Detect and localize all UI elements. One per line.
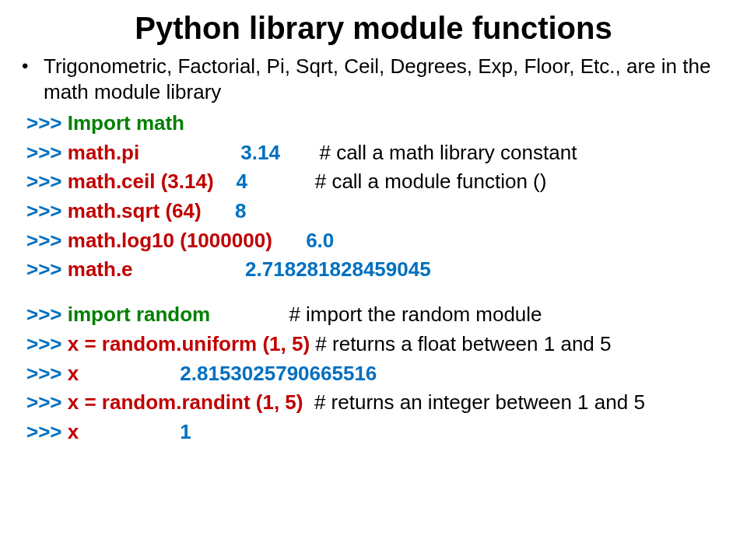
code-line: >>> import random # import the random mo… xyxy=(26,300,725,330)
slide-title: Python library module functions xyxy=(22,11,725,46)
code-result: 2.718281828459045 xyxy=(245,257,431,281)
code-comment: # import the random module xyxy=(289,303,542,326)
code-result: 3.14 xyxy=(240,141,280,164)
code-cmd: math.sqrt (64) xyxy=(68,199,202,222)
code-line: >>> x 2.8153025790665516 xyxy=(26,359,725,389)
intro-bullet: • Trigonometric, Factorial, Pi, Sqrt, Ce… xyxy=(22,54,725,104)
spacer xyxy=(272,229,306,252)
code-cmd: Import math xyxy=(68,111,184,135)
prompt-text: >>> xyxy=(26,390,68,414)
spacer xyxy=(79,420,180,443)
code-line: >>> x = random.randint (1, 5) # returns … xyxy=(26,388,725,418)
code-cmd: math.log10 (1000000) xyxy=(68,229,272,252)
code-cmd: x xyxy=(68,420,79,443)
code-line: >>> math.log10 (1000000) 6.0 xyxy=(26,226,725,256)
prompt-text: >>> xyxy=(26,362,68,385)
code-result: 4 xyxy=(237,170,247,193)
spacer xyxy=(139,141,240,164)
prompt-text: >>> xyxy=(26,257,68,281)
spacer xyxy=(202,199,235,222)
code-cmd: x xyxy=(68,362,79,385)
spacer xyxy=(247,170,315,193)
code-result: 1 xyxy=(180,420,191,443)
bullet-dot-icon: • xyxy=(22,54,44,78)
code-comment: # call a math library constant xyxy=(319,141,577,164)
prompt-text: >>> xyxy=(26,170,68,193)
intro-text: Trigonometric, Factorial, Pi, Sqrt, Ceil… xyxy=(44,54,725,104)
code-line: >>> math.sqrt (64) 8 xyxy=(26,197,725,226)
code-line: >>> math.e 2.718281828459045 xyxy=(26,255,725,285)
code-result: 6.0 xyxy=(306,229,334,252)
spacer xyxy=(210,303,289,326)
prompt-text: >>> xyxy=(26,199,68,222)
prompt-text: >>> xyxy=(26,420,68,443)
code-cmd: x = random.randint (1, 5) xyxy=(68,390,303,414)
code-line: >>> x 1 xyxy=(26,418,725,447)
prompt-text: >>> xyxy=(26,303,68,326)
code-line: >>> math.ceil (3.14) 4 # call a module f… xyxy=(26,167,725,197)
code-cmd: math.e xyxy=(68,257,133,281)
code-comment: # returns an integer between 1 and 5 xyxy=(303,390,644,414)
code-line: >>> Import math xyxy=(26,109,725,138)
prompt-text: >>> xyxy=(26,111,68,135)
spacer xyxy=(79,362,180,385)
spacer xyxy=(280,141,320,164)
code-cmd: math.pi xyxy=(68,141,139,164)
code-result: 2.8153025790665516 xyxy=(180,362,377,385)
code-comment: # returns a float between 1 and 5 xyxy=(310,332,611,355)
spacer xyxy=(214,170,237,193)
code-comment: # call a module function () xyxy=(315,170,547,193)
blank-line xyxy=(22,285,725,300)
prompt-text: >>> xyxy=(26,332,68,355)
code-cmd: math.ceil (3.14) xyxy=(68,170,214,193)
spacer xyxy=(133,257,245,281)
code-result: 8 xyxy=(235,199,246,222)
code-cmd: x = random.uniform (1, 5) xyxy=(68,332,310,355)
code-cmd: import random xyxy=(68,303,210,326)
code-line: >>> x = random.uniform (1, 5) # returns … xyxy=(26,330,725,359)
prompt-text: >>> xyxy=(26,229,68,252)
code-line: >>> math.pi 3.14 # call a math library c… xyxy=(26,138,725,168)
prompt-text: >>> xyxy=(26,141,68,164)
